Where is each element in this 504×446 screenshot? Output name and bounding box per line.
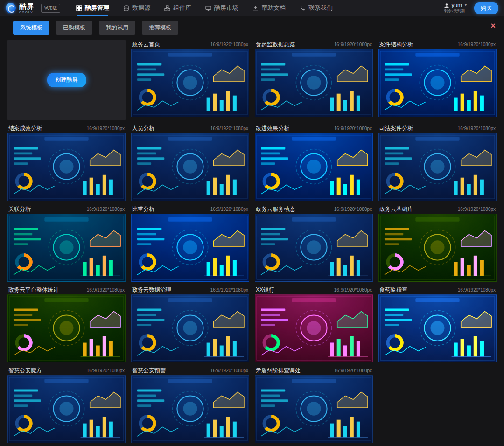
dashboard-thumbnail-art [255, 376, 372, 443]
dashboard-thumbnail-art [379, 133, 496, 201]
template-title: 结案成效分析 [8, 125, 42, 132]
nav-item-screen-market[interactable]: 酷屏市场 [205, 0, 238, 16]
template-size-label: 16:9/1920*1080px [87, 287, 125, 293]
template-size-label: 16:9/1920*1080px [87, 207, 125, 212]
logo-icon [6, 3, 16, 13]
template-title: 比重分析 [132, 205, 154, 213]
chevron-down-icon: ▼ [464, 3, 468, 7]
dashboard-thumbnail-art [8, 295, 125, 362]
template-size-label: 16:9/1920*1080px [458, 42, 496, 47]
template-size-label: 16:9/1920*1080px [87, 126, 125, 131]
template-thumbnail [255, 133, 373, 201]
template-thumbnail [7, 214, 126, 282]
template-title: 食药监稽查 [379, 286, 407, 294]
template-card[interactable]: 结案成效分析 16:9/1920*1080px [7, 124, 126, 201]
top-navbar: 酷屏 COOLV 试用版 酷屏管理 数据源 组件库 酷屏市场 帮助文档 联系我们 [0, 0, 504, 16]
buy-button[interactable]: 购买 [474, 2, 498, 14]
template-title: 政务云服务动态 [256, 205, 295, 213]
template-card[interactable]: 食药监稽查 16:9/1920*1080px [378, 285, 497, 362]
nav-item-data-source[interactable]: 数据源 [123, 0, 150, 16]
nav-item-component-library[interactable]: 组件库 [164, 0, 191, 16]
template-card[interactable]: 政务云服务动态 16:9/1920*1080px [255, 204, 373, 282]
nav-label: 组件库 [173, 4, 191, 12]
tab-system-templates[interactable]: 系统模板 [13, 21, 49, 35]
template-title: 司法案件分析 [379, 125, 413, 132]
nav-label: 联系我们 [308, 4, 333, 12]
market-icon [205, 5, 211, 11]
template-size-label: 16:9/1920*1080px [334, 207, 372, 212]
dashboard-thumbnail-art [255, 133, 372, 201]
template-size-label: 16:9/1920*1080px [458, 207, 496, 212]
template-title: 食药监数据总览 [256, 41, 295, 49]
template-size-label: 16:9/1920*1080px [210, 42, 248, 47]
template-card[interactable]: 食药监数据总览 16:9/1920*1080px [255, 40, 373, 120]
dashboard-thumbnail-art [379, 49, 496, 117]
dashboard-thumbnail-art [132, 49, 249, 117]
template-thumbnail [7, 375, 126, 443]
template-title: 矛盾纠纷排查调处 [256, 367, 301, 375]
template-title: XX银行 [256, 286, 274, 294]
template-title: 政务云数据治理 [132, 286, 171, 294]
user-menu[interactable]: yum ▼ 剩余7天到期 [444, 2, 468, 14]
template-card[interactable]: 比重分析 16:9/1920*1080px [131, 204, 249, 282]
dashboard-thumbnail-art [8, 133, 125, 201]
template-card[interactable]: 智慧公安预警 16:9/1920*1080px [131, 366, 249, 443]
dashboard-thumbnail-art [8, 214, 125, 281]
dashboard-thumbnail-art [132, 376, 249, 443]
user-icon [444, 3, 449, 8]
template-card[interactable]: 政务云首页 16:9/1920*1080px [131, 40, 249, 120]
template-card[interactable]: 司法案件分析 16:9/1920*1080px [378, 124, 497, 201]
template-size-label: 16:9/1920*1080px [458, 287, 496, 293]
template-size-label: 16:9/1920*1080px [458, 126, 496, 131]
template-title: 人员分析 [132, 125, 154, 132]
tab-recommended-templates[interactable]: 推荐模板 [142, 21, 178, 35]
nav-label: 帮助文档 [261, 4, 286, 12]
template-filter-bar: 系统模板 已购模板 我的试用 推荐模板 × [0, 16, 504, 39]
template-thumbnail [378, 49, 497, 117]
logo-subtext: COOLV [19, 11, 34, 14]
app-logo[interactable]: 酷屏 COOLV 试用版 [6, 3, 60, 14]
tab-my-trial[interactable]: 我的试用 [99, 21, 135, 35]
main-nav: 酷屏管理 数据源 组件库 酷屏市场 帮助文档 联系我们 [76, 0, 333, 16]
template-thumbnail [255, 294, 373, 362]
template-card[interactable]: 矛盾纠纷排查调处 16:9/1920*1080px [255, 366, 373, 443]
template-title: 政务云首页 [132, 41, 160, 49]
tab-purchased-templates[interactable]: 已购模板 [56, 21, 92, 35]
template-thumbnail [131, 133, 249, 201]
nav-item-contact-us[interactable]: 联系我们 [300, 0, 333, 16]
template-thumbnail [7, 294, 126, 362]
user-name: yum [451, 2, 462, 8]
template-size-label: 16:9/1920*1080px [334, 126, 372, 131]
dashboard-thumbnail-art [255, 214, 372, 281]
nav-label: 酷屏市场 [214, 4, 238, 12]
template-card[interactable]: 关联分析 16:9/1920*1080px [7, 204, 126, 282]
template-size-label: 16:9/1920*1080px [210, 126, 248, 131]
template-title: 政务云基础库 [379, 205, 413, 213]
template-card[interactable]: 智慧公安魔方 16:9/1920*1080px [7, 366, 126, 443]
dashboard-thumbnail-art [132, 133, 249, 201]
user-subtitle: 剩余7天到期 [444, 9, 464, 14]
template-card[interactable]: 案件结构分析 16:9/1920*1080px [378, 40, 497, 120]
template-card[interactable]: XX银行 16:9/1920*1080px [255, 285, 373, 362]
template-card[interactable]: 政务云平台整体统计 16:9/1920*1080px [7, 285, 126, 362]
template-title: 智慧公安预警 [132, 367, 166, 375]
template-card[interactable]: 政务云基础库 16:9/1920*1080px [378, 204, 497, 282]
components-icon [164, 5, 170, 11]
dashboard-thumbnail-art [132, 214, 249, 281]
template-title: 改进效果分析 [256, 125, 289, 132]
create-screen-card[interactable]: 创建酷屏 [7, 40, 126, 120]
template-card[interactable]: 政务云数据治理 16:9/1920*1080px [131, 285, 249, 362]
logo-text: 酷屏 [19, 3, 34, 10]
close-icon[interactable]: × [490, 21, 496, 30]
dashboard-thumbnail-art [255, 295, 372, 362]
template-thumbnail [378, 133, 497, 201]
template-size-label: 16:9/1920*1080px [210, 207, 248, 212]
create-screen-button[interactable]: 创建酷屏 [47, 73, 86, 87]
nav-item-help-docs[interactable]: 帮助文档 [252, 0, 286, 16]
template-card[interactable]: 改进效果分析 16:9/1920*1080px [255, 124, 373, 201]
nav-item-screen-manage[interactable]: 酷屏管理 [76, 0, 109, 16]
dashboard-thumbnail-art [379, 214, 496, 281]
grid-icon [76, 5, 82, 11]
template-thumbnail [255, 214, 373, 282]
template-card[interactable]: 人员分析 16:9/1920*1080px [131, 124, 249, 201]
